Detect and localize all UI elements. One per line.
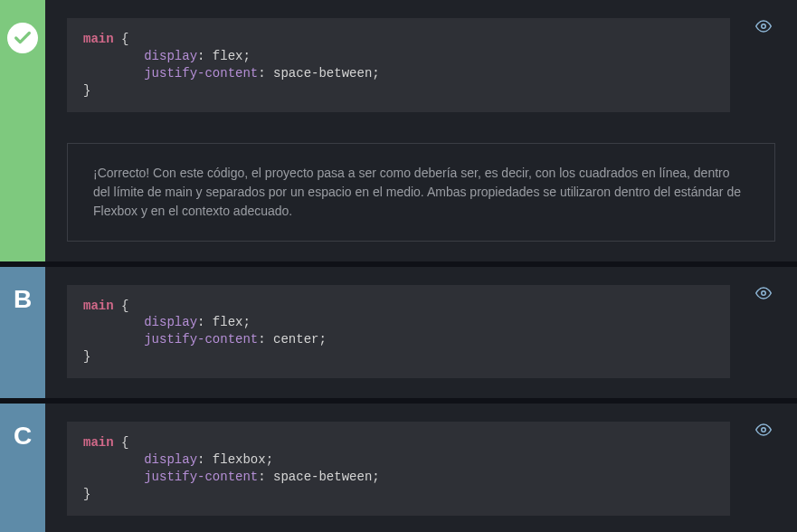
option-content: main { display: flexbox; justify-content… (45, 404, 797, 532)
check-icon (7, 23, 38, 53)
svg-point-1 (762, 290, 766, 295)
option-content: main { display: flex; justify-content: c… (45, 267, 797, 399)
eye-icon[interactable] (755, 18, 772, 38)
svg-point-2 (762, 428, 766, 432)
explanation-box: ¡Correcto! Con este código, el proyecto … (67, 143, 775, 242)
option-indicator: B (0, 267, 45, 399)
code-block: main { display: flex; justify-content: c… (67, 285, 730, 379)
eye-icon[interactable] (755, 285, 772, 305)
svg-point-0 (762, 24, 766, 29)
code-block: main { display: flexbox; justify-content… (67, 422, 730, 516)
option-indicator (0, 0, 45, 261)
eye-icon[interactable] (755, 422, 772, 442)
answer-option-c[interactable]: Cmain { display: flexbox; justify-conten… (0, 404, 797, 532)
option-content: main { display: flex; justify-content: s… (45, 0, 797, 261)
answer-option-b[interactable]: Bmain { display: flex; justify-content: … (0, 267, 797, 399)
option-letter: B (14, 285, 32, 399)
option-letter: C (14, 422, 32, 532)
code-block: main { display: flex; justify-content: s… (67, 18, 730, 112)
option-indicator: C (0, 404, 45, 532)
explanation-text: ¡Correcto! Con este código, el proyecto … (93, 164, 749, 221)
answer-option-a[interactable]: main { display: flex; justify-content: s… (0, 0, 797, 261)
